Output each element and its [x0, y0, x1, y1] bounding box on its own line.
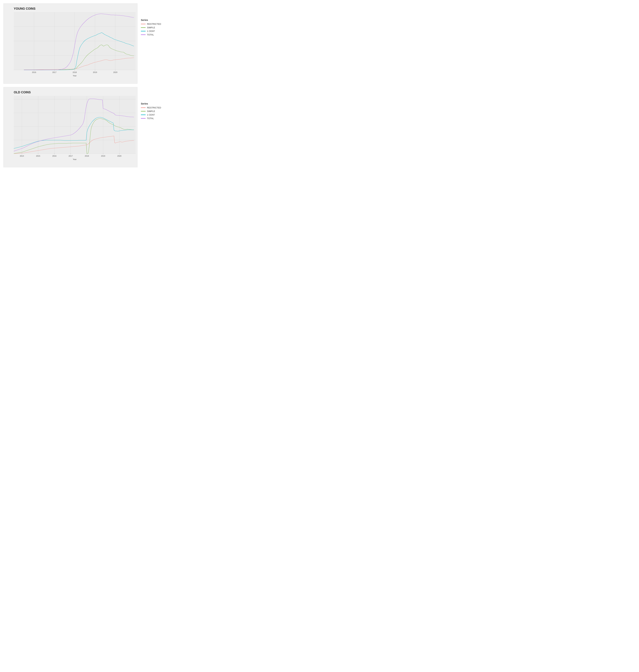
legend-item-simple-young: SIMPLE [141, 26, 165, 29]
legend-item-restricted-old: RESTRICTED [141, 106, 165, 109]
svg-text:2014: 2014 [20, 155, 24, 157]
legend-label-cent-young: 1 CENT [147, 30, 155, 32]
young-coins-section: YOUNG COINS [3, 3, 166, 84]
svg-text:2015: 2015 [36, 155, 40, 157]
svg-text:2016: 2016 [52, 155, 56, 157]
legend-label-restricted-young: RESTRICTED [147, 23, 161, 25]
legend-label-cent-old: 1 CENT [147, 113, 155, 116]
legend-label-total-young: TOTAL [147, 33, 154, 36]
legend-item-total-old: TOTAL [141, 117, 165, 120]
young-coins-legend-title: Series [141, 19, 165, 21]
restricted-line-icon-old [141, 107, 146, 108]
svg-text:2017: 2017 [52, 71, 56, 73]
old-coins-title: OLD COINS [14, 91, 136, 94]
svg-text:Year: Year [73, 158, 77, 160]
total-line-icon [141, 34, 146, 35]
legend-label-total-old: TOTAL [147, 117, 154, 120]
legend-item-cent-young: 1 CENT [141, 30, 165, 32]
young-coins-chart-area: YOUNG COINS [3, 3, 138, 84]
legend-item-simple-old: SIMPLE [141, 110, 165, 112]
svg-text:2019: 2019 [101, 155, 105, 157]
legend-label-restricted-old: RESTRICTED [147, 106, 161, 109]
svg-text:2020: 2020 [117, 155, 121, 157]
legend-item-cent-old: 1 CENT [141, 113, 165, 116]
old-coins-legend-title: Series [141, 102, 165, 105]
svg-text:2019: 2019 [93, 71, 97, 73]
svg-rect-32 [14, 96, 136, 154]
simple-line-icon [141, 27, 146, 28]
svg-text:2020: 2020 [113, 71, 117, 73]
svg-text:2018: 2018 [85, 155, 89, 157]
svg-text:2017: 2017 [68, 155, 73, 157]
young-coins-legend: Series RESTRICTED SIMPLE 1 CENT TOTAL [139, 3, 166, 39]
cent-line-icon [141, 31, 146, 31]
legend-item-total-young: TOTAL [141, 33, 165, 36]
cent-line-icon-old [141, 114, 146, 115]
old-coins-section: OLD COINS [3, 87, 166, 167]
old-coins-svg-container: 0 200 400 600 800 2014 2015 2016 2017 20… [14, 96, 136, 160]
legend-label-simple-old: SIMPLE [147, 110, 155, 112]
old-coins-chart-area: OLD COINS [3, 87, 138, 167]
svg-text:2018: 2018 [73, 71, 77, 73]
total-line-icon-old [141, 118, 146, 119]
old-coins-svg: 0 200 400 600 800 2014 2015 2016 2017 20… [14, 96, 136, 160]
young-coins-title: YOUNG COINS [14, 7, 136, 11]
page-container: YOUNG COINS [3, 3, 166, 167]
young-coins-svg-container: 0 250 500 750 1000 2016 2017 2018 2019 2… [14, 12, 136, 77]
svg-text:2016: 2016 [32, 71, 36, 73]
restricted-line-icon [141, 24, 146, 24]
old-coins-legend: Series RESTRICTED SIMPLE 1 CENT TOTAL [139, 87, 166, 122]
young-coins-svg: 0 250 500 750 1000 2016 2017 2018 2019 2… [14, 12, 136, 77]
simple-line-icon-old [141, 111, 146, 111]
svg-text:Year: Year [73, 75, 77, 77]
legend-item-restricted-young: RESTRICTED [141, 23, 165, 25]
legend-label-simple-young: SIMPLE [147, 26, 155, 29]
